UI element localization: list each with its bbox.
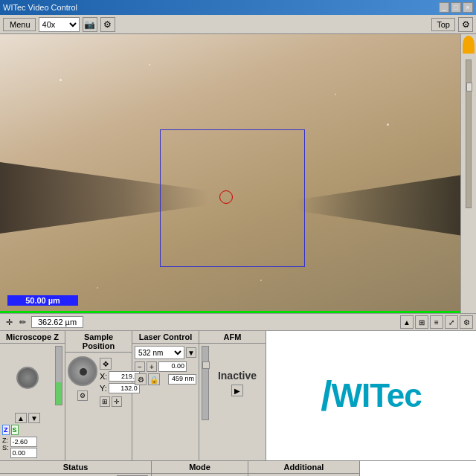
video-content: 50.00 µm (0, 34, 460, 313)
bottom-right-icons: ▲ ⊞ ≡ ⤢ ⚙ (400, 315, 473, 329)
afm-action-btn[interactable]: ▶ (231, 385, 243, 396)
x-label: X: (100, 372, 107, 381)
afm-inner: Inactive ▶ (199, 344, 266, 422)
witec-logo: / WITec (321, 376, 422, 416)
toolbar: Menu 40x 10x 20x 60x 100x 📷 ⚙ Top ⚙ (0, 15, 476, 34)
camera-icon[interactable]: 📷 (83, 17, 97, 32)
lc-wavelength: 532 nm 405 nm 633 nm ▼ (135, 346, 196, 359)
witec-logo-panel-2 (360, 461, 476, 476)
lc-icons-row: ⚙ 🔒 459 nm (135, 373, 196, 385)
afm-status: Inactive (218, 370, 257, 382)
afm-slider-track[interactable] (202, 346, 209, 420)
sample-position-title: Sample Position (65, 331, 132, 353)
z-indicator: Z (2, 425, 10, 435)
afm-title: AFM (199, 331, 266, 344)
wavelength-select[interactable]: 532 nm 405 nm 633 nm (135, 346, 184, 359)
right-sidebar (460, 34, 476, 313)
slider-thumb (466, 83, 472, 91)
laser-control-content: 532 nm 405 nm 633 nm ▼ − + 0.00 ⚙ 🔒 459 … (132, 344, 199, 460)
mode-panel: Mode ▶ Video Mode 〜 (152, 461, 248, 476)
laser-control-panel: Laser Control 532 nm 405 nm 633 nm ▼ − +… (132, 331, 199, 460)
triangle-icon[interactable]: ▲ (400, 315, 414, 329)
sp-crosshair-icon[interactable]: ✛ (112, 396, 122, 407)
laser-minus-btn[interactable]: − (135, 361, 145, 372)
mz-slider-track[interactable] (55, 346, 62, 405)
witec-text: WITec (331, 377, 421, 414)
z-label: Z: (2, 437, 8, 444)
maximize-button[interactable]: □ (451, 2, 461, 13)
status-title: Status (0, 461, 151, 474)
sp-settings-icon[interactable]: ⚙ (77, 390, 88, 401)
mz-knob[interactable] (16, 367, 39, 389)
lc-controls: − + 0.00 (135, 361, 196, 372)
second-wavelength-display: 459 nm (168, 374, 196, 385)
microscope-z-content: ▲ ▼ Z S Z: S: (0, 344, 65, 460)
menu-button[interactable]: Menu (3, 18, 36, 31)
mz-inner: ▲ ▼ (2, 346, 62, 423)
lc-icon1[interactable]: ⚙ (135, 373, 147, 385)
additional-panel: Additional ⚡ ✈ 🕹 Spec 1 600@603 (248, 461, 360, 476)
title-bar-title: WITec Video Control (3, 3, 77, 12)
panels-row-1: Microscope Z ▲ ▼ Z S (0, 331, 476, 461)
witec-bracket: / (321, 376, 331, 416)
mz-slider-fill (56, 382, 62, 405)
z-value-box: -2.60 (10, 437, 37, 447)
laser-power-display: 0.00 (158, 361, 187, 372)
microscope-z-title: Microscope Z (0, 331, 65, 344)
pencil-tool-icon[interactable]: ✏ (16, 316, 28, 328)
layers-icon[interactable]: ≡ (430, 315, 443, 329)
afm-panel: AFM Inactive ▶ (199, 331, 266, 460)
settings-icon[interactable]: ⚙ (100, 17, 115, 32)
minimize-button[interactable]: _ (439, 2, 449, 13)
title-bar-buttons: _ □ × (439, 2, 473, 13)
mz-values: Z: S: -2.60 0.00 (2, 437, 62, 458)
sample-icons: ⚙ (77, 390, 88, 401)
sp-grid-icon[interactable]: ⊞ (100, 396, 110, 407)
mode-title: Mode (152, 461, 248, 474)
mz-slider-area (55, 346, 62, 423)
status-panel: Status X-Sensor [µm] 0.00 Y-Sensor [µm] … (0, 461, 152, 476)
zoom-select[interactable]: 40x 10x 20x 60x 100x (39, 17, 80, 32)
expand-icon[interactable]: ⤢ (445, 315, 458, 329)
additional-title: Additional (248, 461, 359, 474)
mz-arrow-down[interactable]: ▼ (28, 413, 40, 423)
menu-label: Menu (10, 20, 30, 29)
s-value-box: 0.00 (10, 448, 37, 458)
mz-arrow-up[interactable]: ▲ (15, 413, 27, 423)
crosshair-tool-icon[interactable]: ✛ (3, 316, 15, 328)
top-button[interactable]: Top (431, 18, 455, 31)
settings-icon-bottom[interactable]: ⚙ (460, 315, 473, 329)
sp-move-icon[interactable]: ✥ (100, 358, 112, 370)
gear-icon-toolbar[interactable]: ⚙ (458, 17, 473, 32)
title-bar: WITec Video Control _ □ × (0, 0, 476, 15)
close-button[interactable]: × (463, 2, 473, 13)
microscope-z-panel: Microscope Z ▲ ▼ Z S (0, 331, 65, 460)
wave-down-btn[interactable]: ▼ (186, 347, 196, 358)
sample-joystick[interactable] (68, 356, 97, 386)
witec-logo-panel: / WITec (266, 331, 476, 460)
s-indicator: S (11, 425, 19, 435)
video-area: 50.00 µm (0, 34, 460, 313)
laser-control-title: Laser Control (132, 331, 199, 344)
cursor-icons: ✛ ✏ (3, 316, 28, 328)
sample-position-panel: Sample Position ⚙ ✥ X: 219.6 Y: (65, 331, 132, 460)
witec-logo-small (463, 36, 475, 54)
s-label: S: (2, 444, 9, 451)
laser-plus-btn[interactable]: + (147, 361, 157, 372)
bottom-toolbar: ✛ ✏ 362.62 µm ▲ ⊞ ≡ ⤢ ⚙ (0, 313, 476, 331)
grid-icon[interactable]: ⊞ (415, 315, 428, 329)
panels-row-2: Status X-Sensor [µm] 0.00 Y-Sensor [µm] … (0, 461, 476, 476)
afm-slider-thumb (202, 361, 210, 369)
sidebar-slider[interactable] (466, 60, 472, 208)
position-display: 362.62 µm (31, 316, 83, 328)
green-indicator-line (0, 311, 460, 313)
afm-content: Inactive ▶ (211, 346, 263, 420)
crosshair-circle (219, 190, 233, 204)
scale-bar: 50.00 µm (7, 295, 78, 306)
sample-position-content: ⚙ ✥ X: 219.6 Y: 132.0 ⊞ ✛ (65, 353, 132, 460)
y-label: Y: (100, 384, 107, 393)
scale-bar-label: 50.00 µm (25, 296, 60, 305)
lc-icon2[interactable]: 🔒 (148, 373, 160, 385)
